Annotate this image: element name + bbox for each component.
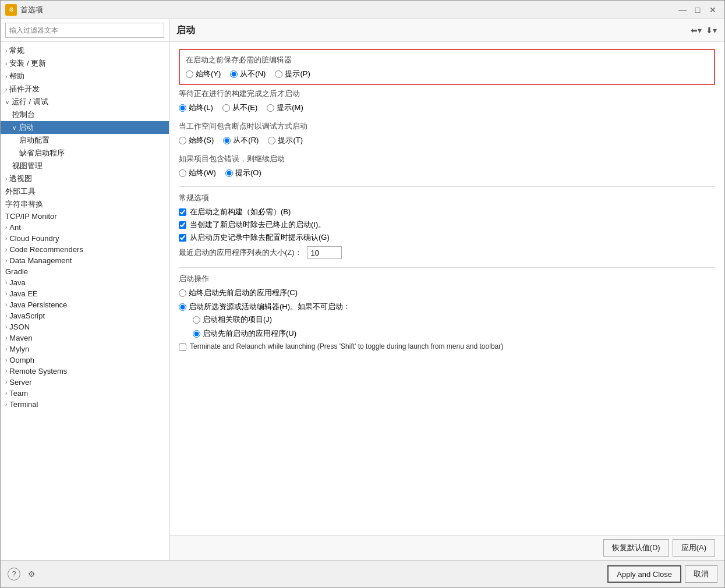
lo2-option[interactable]: 启动所选资源或活动编辑器(H)。如果不可启动： xyxy=(179,302,351,312)
sidebar-item-team[interactable]: › Team xyxy=(1,388,169,399)
sidebar-item-perspective[interactable]: › 透视图 xyxy=(1,172,169,185)
section4-title: 如果项目包含错误，则继续启动 xyxy=(179,154,715,164)
size-input[interactable] xyxy=(307,246,342,259)
cb3-row: 从启动历史记录中除去配置时提示确认(G) xyxy=(179,232,715,243)
cb1-row: 在启动之前构建（如必需）(B) xyxy=(179,207,715,217)
nav-back-button[interactable]: ⬅▾ xyxy=(689,24,702,37)
sidebar-item-server[interactable]: › Server xyxy=(1,377,169,388)
sidebar-item-java-ee[interactable]: › Java EE xyxy=(1,288,169,299)
s1-prompt-option[interactable]: 提示(P) xyxy=(275,69,310,79)
section2-radio-row: 始终(L) 从不(E) 提示(M) xyxy=(179,102,715,113)
lo2-sub1-option[interactable]: 启动相关联的项目(J) xyxy=(193,314,272,325)
s4-prompt-option[interactable]: 提示(O) xyxy=(225,168,261,178)
sidebar-item-remote-systems[interactable]: › Remote Systems xyxy=(1,366,169,377)
section2: 等待正在进行的构建完成之后才启动 始终(L) 从不(E) 提示(M) xyxy=(179,88,715,113)
cb2-row: 当创建了新启动时除去已终止的启动(I)。 xyxy=(179,219,715,230)
terminate-checkbox[interactable] xyxy=(179,343,186,351)
s4-always-radio[interactable] xyxy=(179,169,186,177)
lo2-sub2-radio[interactable] xyxy=(193,330,200,338)
s2-never-radio[interactable] xyxy=(222,104,230,112)
sidebar-item-oomph[interactable]: › Oomph xyxy=(1,355,169,366)
sidebar-item-view-mgmt[interactable]: 视图管理 xyxy=(1,160,169,172)
lo1-option[interactable]: 始终启动先前启动的应用程序(C) xyxy=(179,288,298,298)
sidebar-item-launch-config[interactable]: 启动配置 xyxy=(1,134,169,147)
s3-never-option[interactable]: 从不(R) xyxy=(223,135,259,146)
cancel-button[interactable]: 取消 xyxy=(685,565,717,583)
sidebar-item-terminal[interactable]: › Terminal xyxy=(1,399,169,410)
lo2-sub1-radio[interactable] xyxy=(193,316,200,324)
terminate-row: Terminate and Relaunch while launching (… xyxy=(179,342,715,351)
maximize-button[interactable]: □ xyxy=(691,4,705,16)
s3-prompt-option[interactable]: 提示(T) xyxy=(268,135,303,146)
s2-always-option[interactable]: 始终(L) xyxy=(179,102,213,113)
sidebar-item-external-tools[interactable]: 外部工具 xyxy=(1,185,169,198)
sidebar-item-java-persistence[interactable]: › Java Persistence xyxy=(1,299,169,310)
s1-never-option[interactable]: 从不(N) xyxy=(230,69,266,79)
cb2-label: 当创建了新启动时除去已终止的启动(I)。 xyxy=(190,219,326,230)
s2-prompt-radio[interactable] xyxy=(267,104,274,112)
cb3-checkbox[interactable] xyxy=(179,234,186,242)
apply-close-button[interactable]: Apply and Close xyxy=(607,565,681,583)
filter-input[interactable] xyxy=(5,23,164,38)
s3-always-option[interactable]: 始终(S) xyxy=(179,135,214,146)
sidebar-item-json[interactable]: › JSON xyxy=(1,321,169,332)
s2-prompt-option[interactable]: 提示(M) xyxy=(267,102,303,113)
sidebar-item-run-debug[interactable]: ∨ 运行 / 调试 xyxy=(1,95,169,108)
s2-always-radio[interactable] xyxy=(179,104,186,112)
general-options-title: 常规选项 xyxy=(179,193,715,203)
size-label: 最近启动的应用程序列表的大小(Z)： xyxy=(179,247,302,258)
lo2-sub2-option[interactable]: 启动先前启动的应用程序(U) xyxy=(193,328,296,339)
sidebar-item-mylyn[interactable]: › Mylyn xyxy=(1,343,169,355)
sidebar-item-java[interactable]: › Java xyxy=(1,277,169,288)
app-icon: ⚙ xyxy=(5,4,17,16)
sidebar-item-maven[interactable]: › Maven xyxy=(1,332,169,343)
sidebar-item-code-recommenders[interactable]: › Code Recommenders xyxy=(1,244,169,255)
s4-always-option[interactable]: 始终(W) xyxy=(179,168,216,178)
arrow-general: › xyxy=(5,48,7,54)
section1-box: 在启动之前保存必需的脏编辑器 始终(Y) 从不(N) 提示(P) xyxy=(179,49,715,85)
section1-title: 在启动之前保存必需的脏编辑器 xyxy=(186,55,708,65)
s1-prompt-radio[interactable] xyxy=(275,70,282,78)
sidebar-item-console[interactable]: 控制台 xyxy=(1,108,169,121)
help-button[interactable]: ? xyxy=(8,568,20,580)
panel-body: 在启动之前保存必需的脏编辑器 始终(Y) 从不(N) 提示(P) xyxy=(169,42,724,535)
settings-button[interactable]: ⚙ xyxy=(25,568,38,580)
sidebar-item-gradle[interactable]: Gradle xyxy=(1,266,169,277)
sidebar-item-help[interactable]: › 帮助 xyxy=(1,70,169,83)
sidebar-item-tcp-ip[interactable]: TCP/IP Monitor xyxy=(1,211,169,222)
sidebar-item-javascript[interactable]: › JavaScript xyxy=(1,310,169,321)
section4-radio-row: 始终(W) 提示(O) xyxy=(179,168,715,178)
s3-prompt-radio[interactable] xyxy=(268,137,275,144)
s1-never-radio[interactable] xyxy=(230,70,238,78)
restore-defaults-button[interactable]: 恢复默认值(D) xyxy=(603,539,669,557)
sidebar-item-install-update[interactable]: › 安装 / 更新 xyxy=(1,57,169,70)
sidebar-item-default-launch[interactable]: 缺省启动程序 xyxy=(1,147,169,160)
window-controls: — □ ✕ xyxy=(676,4,720,16)
section1-radio-row: 始终(Y) 从不(N) 提示(P) xyxy=(186,69,708,79)
sidebar-item-launch[interactable]: ∨ 启动 xyxy=(1,121,169,134)
close-button[interactable]: ✕ xyxy=(706,4,720,16)
sidebar-item-plugin-dev[interactable]: › 插件开发 xyxy=(1,83,169,95)
lo1-radio[interactable] xyxy=(179,289,186,297)
s2-never-option[interactable]: 从不(E) xyxy=(222,102,257,113)
s4-prompt-radio[interactable] xyxy=(225,169,233,177)
nav-forward-button[interactable]: ⬇▾ xyxy=(705,24,717,37)
sidebar-item-data-management[interactable]: › Data Management xyxy=(1,255,169,266)
cb1-checkbox[interactable] xyxy=(179,208,186,216)
minimize-button[interactable]: — xyxy=(676,4,689,16)
s3-always-radio[interactable] xyxy=(179,137,186,144)
bottom-left-icons: ? ⚙ xyxy=(8,568,38,580)
s1-always-option[interactable]: 始终(Y) xyxy=(186,69,221,79)
sidebar-item-cloud-foundry[interactable]: › Cloud Foundry xyxy=(1,233,169,244)
sidebar-item-ant[interactable]: › Ant xyxy=(1,222,169,233)
apply-button[interactable]: 应用(A) xyxy=(673,539,715,557)
divider1 xyxy=(179,186,715,187)
cb2-checkbox[interactable] xyxy=(179,221,186,229)
s3-never-radio[interactable] xyxy=(223,137,231,144)
sidebar-item-general[interactable]: › 常规 xyxy=(1,44,169,57)
section4: 如果项目包含错误，则继续启动 始终(W) 提示(O) xyxy=(179,154,715,178)
lo2-radio[interactable] xyxy=(179,303,186,311)
sidebar-item-string-replace[interactable]: 字符串替换 xyxy=(1,198,169,211)
general-options-section: 常规选项 在启动之前构建（如必需）(B) 当创建了新启动时除去已终止的启动(I)… xyxy=(179,193,715,259)
s1-always-radio[interactable] xyxy=(186,70,193,78)
